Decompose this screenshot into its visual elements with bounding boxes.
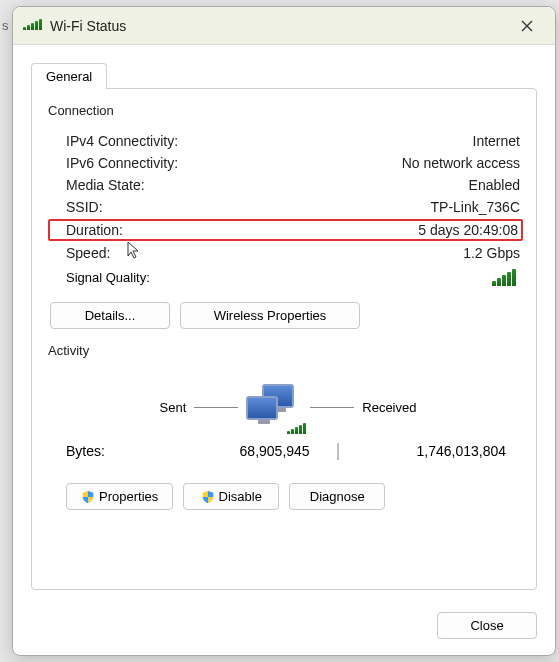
wireless-properties-button[interactable]: Wireless Properties (180, 302, 360, 329)
dialog-footer: Close (13, 602, 555, 655)
received-line (310, 407, 354, 408)
bytes-divider: | (330, 440, 347, 461)
bytes-row: Bytes: 68,905,945 | 1,746,013,804 (66, 440, 510, 461)
media-state-label: Media State: (66, 177, 145, 193)
signal-bars-icon (492, 268, 516, 286)
sent-label: Sent (160, 400, 187, 415)
disable-button[interactable]: Disable (183, 483, 279, 510)
disable-button-label: Disable (219, 489, 262, 504)
sent-line (194, 407, 238, 408)
duration-value: 5 days 20:49:08 (418, 222, 518, 238)
speed-value: 1.2 Gbps (463, 245, 520, 261)
signal-quality-label: Signal Quality: (66, 270, 150, 285)
media-state-value: Enabled (469, 177, 520, 193)
duration-label: Duration: (66, 222, 123, 238)
media-state-row: Media State: Enabled (48, 174, 520, 196)
ssid-row: SSID: TP-Link_736C (48, 196, 520, 218)
properties-button-label: Properties (99, 489, 158, 504)
activity-diagram: Sent Received (66, 384, 510, 430)
background-fragment: s (2, 18, 9, 33)
ipv6-label: IPv6 Connectivity: (66, 155, 178, 171)
properties-button[interactable]: Properties (66, 483, 173, 510)
ipv6-value: No network access (402, 155, 520, 171)
details-button[interactable]: Details... (50, 302, 170, 329)
bytes-label: Bytes: (66, 443, 150, 459)
bytes-sent-value: 68,905,945 (150, 443, 330, 459)
signal-quality-row: Signal Quality: (48, 264, 520, 290)
computers-icon (246, 384, 302, 430)
ipv6-row: IPv6 Connectivity: No network access (48, 152, 520, 174)
shield-icon (81, 490, 95, 504)
wifi-status-dialog: Wi-Fi Status General Connection IPv4 Con… (12, 6, 556, 656)
titlebar: Wi-Fi Status (13, 7, 555, 45)
ipv4-value: Internet (473, 133, 520, 149)
ipv4-label: IPv4 Connectivity: (66, 133, 178, 149)
connection-buttons: Details... Wireless Properties (48, 302, 520, 329)
cursor-icon (126, 240, 142, 265)
activity-label: Activity (48, 343, 97, 358)
tab-general[interactable]: General (31, 63, 107, 89)
diagnose-button[interactable]: Diagnose (289, 483, 385, 510)
wifi-icon (23, 18, 42, 33)
tab-strip: General (13, 45, 555, 89)
activity-group-header: Activity (48, 343, 520, 360)
tab-content: Connection IPv4 Connectivity: Internet I… (31, 88, 537, 590)
close-button[interactable]: Close (437, 612, 537, 639)
close-icon[interactable] (509, 12, 545, 40)
received-label: Received (362, 400, 416, 415)
ssid-label: SSID: (66, 199, 103, 215)
bytes-received-value: 1,746,013,804 (346, 443, 510, 459)
speed-row: Speed: 1.2 Gbps (48, 242, 520, 264)
duration-row-highlighted: Duration: 5 days 20:49:08 (48, 219, 523, 241)
activity-body: Sent Received Bytes: 68,905,945 | (48, 370, 520, 510)
shield-icon (201, 490, 215, 504)
activity-buttons: Properties Disable Diagnose (66, 483, 510, 510)
connection-label: Connection (48, 103, 122, 118)
speed-label: Speed: (66, 245, 110, 261)
window-title: Wi-Fi Status (50, 18, 509, 34)
ipv4-row: IPv4 Connectivity: Internet (48, 130, 520, 152)
connection-group-header: Connection (48, 103, 520, 120)
ssid-value: TP-Link_736C (431, 199, 521, 215)
